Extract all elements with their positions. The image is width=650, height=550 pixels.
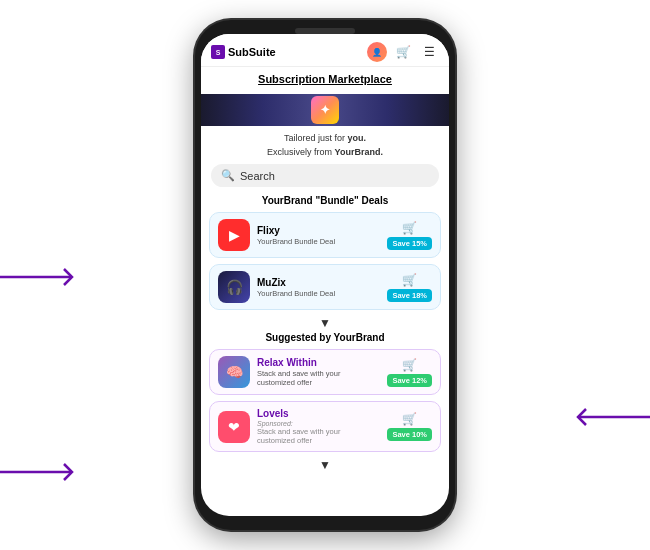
flixy-info: Flixy YourBrand Bundle Deal [257, 225, 380, 246]
flixy-save-badge: Save 15% [387, 237, 432, 250]
bundle-section-header: YourBrand "Bundle" Deals [201, 195, 449, 206]
flixy-right: 🛒 Save 15% [387, 221, 432, 250]
phone-screen: S SubSuite 👤 🛒 ☰ Subscription Marketplac… [201, 34, 449, 516]
muzix-sub: YourBrand Bundle Deal [257, 289, 380, 298]
search-label: Search [240, 170, 275, 182]
title-section: Subscription Marketplace [201, 67, 449, 94]
flixy-icon: ▶ [218, 219, 250, 251]
tagline: Tailored just for you. Exclusively from … [201, 132, 449, 159]
relaxwithin-cart-icon[interactable]: 🛒 [402, 358, 417, 372]
flixy-card[interactable]: ▶ Flixy YourBrand Bundle Deal 🛒 Save 15% [209, 212, 441, 258]
lovels-icon: ❤ [218, 411, 250, 443]
lovels-cart-icon[interactable]: 🛒 [402, 412, 417, 426]
app-header: S SubSuite 👤 🛒 ☰ [201, 34, 449, 67]
menu-icon[interactable]: ☰ [419, 42, 439, 62]
app-logo: S SubSuite [211, 45, 276, 59]
scene: S SubSuite 👤 🛒 ☰ Subscription Marketplac… [0, 0, 650, 550]
header-icons: 👤 🛒 ☰ [367, 42, 439, 62]
sponsored-label: Sponsored: [257, 420, 380, 427]
lovels-info: Lovels Sponsored: Stack and save with yo… [257, 408, 380, 445]
phone-frame: S SubSuite 👤 🛒 ☰ Subscription Marketplac… [195, 20, 455, 530]
tagline-part1: Tailored just for [284, 133, 348, 143]
muzix-right: 🛒 Save 18% [387, 273, 432, 302]
suggested-chevron: ▼ [201, 458, 449, 472]
flixy-name: Flixy [257, 225, 380, 236]
tagline-bold2: YourBrand. [335, 147, 383, 157]
relaxwithin-card[interactable]: 🧠 Relax Within Stack and save with your … [209, 349, 441, 395]
brand-banner: ✦ [201, 94, 449, 126]
arrow-left-2 [0, 460, 80, 484]
banner-logo: ✦ [311, 96, 339, 124]
suggested-section-header: Suggested by YourBrand [201, 332, 449, 343]
bundle-chevron: ▼ [201, 316, 449, 330]
search-bar[interactable]: 🔍 Search [211, 164, 439, 187]
phone-notch [295, 28, 355, 34]
suggested-section: Suggested by YourBrand 🧠 Relax Within St… [201, 332, 449, 472]
relaxwithin-info: Relax Within Stack and save with your cu… [257, 357, 380, 387]
tagline-bold1: you. [348, 133, 367, 143]
flixy-sub: YourBrand Bundle Deal [257, 237, 380, 246]
muzix-icon: 🎧 [218, 271, 250, 303]
relaxwithin-name: Relax Within [257, 357, 380, 368]
main-content: Subscription Marketplace ✦ Tailored just… [201, 67, 449, 516]
flixy-cart-icon[interactable]: 🛒 [402, 221, 417, 235]
cart-header-icon[interactable]: 🛒 [393, 42, 413, 62]
muzix-info: MuZix YourBrand Bundle Deal [257, 277, 380, 298]
lovels-save-badge: Save 10% [387, 428, 432, 441]
muzix-save-badge: Save 18% [387, 289, 432, 302]
avatar[interactable]: 👤 [367, 42, 387, 62]
arrow-left-1 [0, 265, 80, 289]
tagline-part2: Exclusively from [267, 147, 335, 157]
relaxwithin-sub: Stack and save with your customized offe… [257, 369, 380, 387]
muzix-card[interactable]: 🎧 MuZix YourBrand Bundle Deal 🛒 Save 18% [209, 264, 441, 310]
relaxwithin-icon: 🧠 [218, 356, 250, 388]
lovels-right: 🛒 Save 10% [387, 412, 432, 441]
search-icon: 🔍 [221, 169, 235, 182]
muzix-cart-icon[interactable]: 🛒 [402, 273, 417, 287]
page-title: Subscription Marketplace [211, 73, 439, 85]
relaxwithin-save-badge: Save 12% [387, 374, 432, 387]
lovels-sub: Stack and save with your customized offe… [257, 427, 380, 445]
logo-icon: S [211, 45, 225, 59]
arrow-right-1 [570, 405, 650, 429]
lovels-card[interactable]: ❤ Lovels Sponsored: Stack and save with … [209, 401, 441, 452]
app-name: SubSuite [228, 46, 276, 58]
relaxwithin-right: 🛒 Save 12% [387, 358, 432, 387]
lovels-name: Lovels [257, 408, 380, 419]
muzix-name: MuZix [257, 277, 380, 288]
